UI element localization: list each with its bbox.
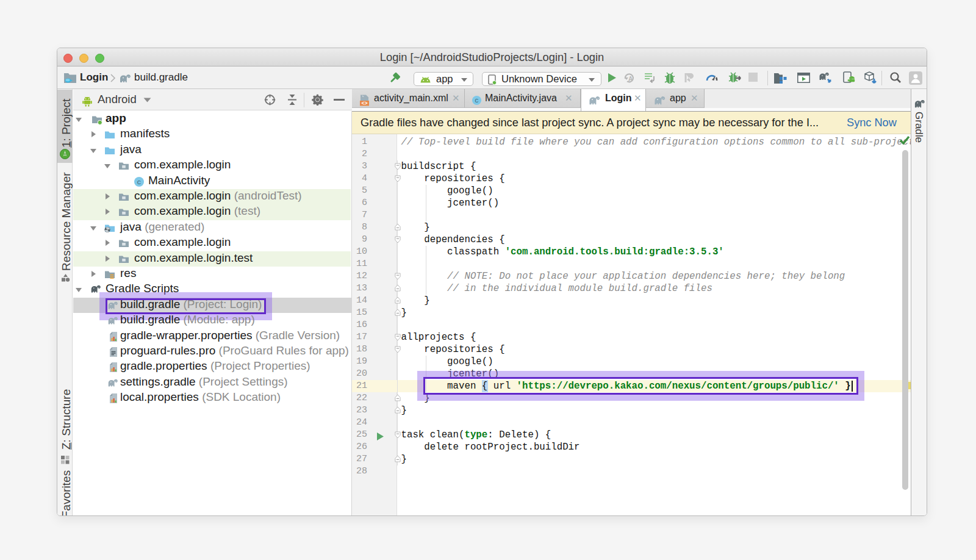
svg-text:c: c xyxy=(137,178,142,186)
svg-text:A: A xyxy=(628,76,633,82)
svg-text:<>: <> xyxy=(361,101,367,106)
svg-text:c: c xyxy=(475,97,479,104)
